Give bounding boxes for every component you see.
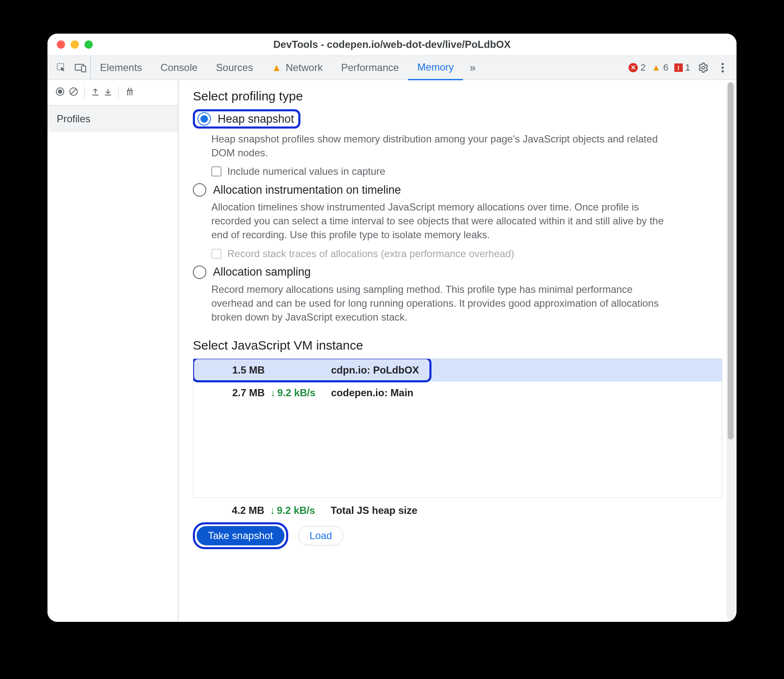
- vm-total-label: Total JS heap size: [329, 505, 417, 516]
- option-allocation-sampling[interactable]: Allocation sampling Record memory alloca…: [193, 266, 722, 324]
- vm-rate: ↓9.2 kB/s: [271, 387, 329, 399]
- tab-network[interactable]: ▲Network: [262, 56, 332, 79]
- titlebar: DevTools - codepen.io/web-dot-dev/live/P…: [47, 34, 737, 56]
- main-panel: Select profiling type Heap snapshot Heap…: [179, 80, 737, 622]
- devtools-window: DevTools - codepen.io/web-dot-dev/live/P…: [47, 34, 737, 622]
- checkbox-record-stacks: [211, 249, 221, 259]
- svg-point-6: [721, 70, 723, 72]
- clear-icon[interactable]: [68, 87, 79, 98]
- profiling-heading: Select profiling type: [193, 89, 722, 103]
- tab-performance[interactable]: Performance: [332, 56, 408, 79]
- option-suboption[interactable]: Include numerical values in capture: [211, 166, 722, 177]
- option-suboption: Record stack traces of allocations (extr…: [211, 248, 722, 260]
- download-icon[interactable]: [103, 87, 113, 98]
- vm-total-size: 4.2 MB: [193, 505, 270, 516]
- window-title: DevTools - codepen.io/web-dot-dev/live/P…: [47, 39, 737, 50]
- actions-row: Take snapshot Load: [193, 522, 722, 549]
- vm-heading: Select JavaScript VM instance: [193, 338, 722, 353]
- option-allocation-timeline[interactable]: Allocation instrumentation on timeline A…: [193, 183, 722, 259]
- option-description: Heap snapshot profiles show memory distr…: [211, 132, 674, 160]
- tab-memory[interactable]: Memory: [408, 55, 463, 80]
- warning-icon: ▲: [271, 62, 282, 74]
- tab-sources[interactable]: Sources: [207, 56, 262, 79]
- vm-name: cdpn.io: PoLdbOX: [329, 364, 722, 376]
- sidebar-toolbar: [47, 80, 178, 105]
- device-toolbar-icon[interactable]: [71, 56, 91, 79]
- svg-point-5: [721, 66, 723, 68]
- option-description: Allocation timelines show instrumented J…: [211, 200, 674, 242]
- highlight-take-snapshot: Take snapshot: [193, 522, 288, 549]
- checkbox-include-numerical[interactable]: [211, 166, 221, 176]
- option-label: Allocation sampling: [213, 266, 311, 279]
- more-tabs-icon[interactable]: »: [463, 61, 482, 74]
- vm-size: 2.7 MB: [193, 387, 271, 399]
- warnings-badge[interactable]: ▲6: [652, 62, 668, 73]
- warning-icon: ▲: [652, 62, 661, 73]
- radio-allocation-timeline[interactable]: [193, 183, 206, 197]
- svg-point-3: [702, 66, 705, 69]
- issues-badge[interactable]: !1: [674, 62, 690, 73]
- vm-size: 1.5 MB: [193, 364, 271, 376]
- load-button[interactable]: Load: [298, 526, 343, 545]
- status-badges: ✕2 ▲6 !1: [629, 62, 694, 73]
- vm-name: codepen.io: Main: [329, 387, 722, 399]
- upload-icon[interactable]: [91, 87, 100, 98]
- inspect-element-icon[interactable]: [52, 62, 71, 73]
- arrow-down-icon: ↓: [270, 505, 275, 516]
- option-label: Allocation instrumentation on timeline: [213, 184, 401, 197]
- profiles-section[interactable]: Profiles: [47, 105, 178, 132]
- kebab-menu-icon[interactable]: [713, 62, 732, 73]
- sidebar: Profiles: [47, 80, 179, 622]
- radio-allocation-sampling[interactable]: [193, 266, 206, 279]
- arrow-down-icon: ↓: [271, 387, 276, 399]
- take-snapshot-button[interactable]: Take snapshot: [197, 526, 284, 545]
- errors-badge[interactable]: ✕2: [629, 62, 645, 73]
- collect-garbage-icon[interactable]: [125, 86, 135, 99]
- vm-total-rate: ↓9.2 kB/s: [270, 505, 329, 516]
- svg-point-8: [58, 89, 62, 94]
- scrollbar[interactable]: [726, 82, 735, 620]
- radio-heap-snapshot[interactable]: [197, 112, 211, 126]
- svg-rect-2: [82, 66, 86, 72]
- vm-total-row: 4.2 MB ↓9.2 kB/s Total JS heap size: [193, 505, 722, 516]
- highlight-heap-option: Heap snapshot: [193, 109, 300, 129]
- vm-instance-row[interactable]: 1.5 MB cdpn.io: PoLdbOX: [193, 359, 722, 382]
- option-heap-snapshot[interactable]: Heap snapshot Heap snapshot profiles sho…: [193, 109, 722, 177]
- vm-instance-row[interactable]: 2.7 MB ↓9.2 kB/s codepen.io: Main: [193, 382, 722, 404]
- tab-console[interactable]: Console: [151, 56, 207, 79]
- svg-point-4: [721, 63, 723, 65]
- scrollbar-thumb[interactable]: [728, 82, 734, 440]
- tab-elements[interactable]: Elements: [91, 56, 151, 79]
- svg-line-10: [71, 89, 76, 94]
- record-icon[interactable]: [55, 87, 65, 98]
- tabbar: Elements Console Sources ▲Network Perfor…: [47, 56, 737, 80]
- option-description: Record memory allocations using sampling…: [211, 282, 674, 324]
- settings-icon[interactable]: [694, 62, 713, 73]
- option-label: Heap snapshot: [218, 113, 294, 126]
- vm-instance-list: 1.5 MB cdpn.io: PoLdbOX 2.7 MB ↓9.2 kB/s…: [193, 358, 722, 498]
